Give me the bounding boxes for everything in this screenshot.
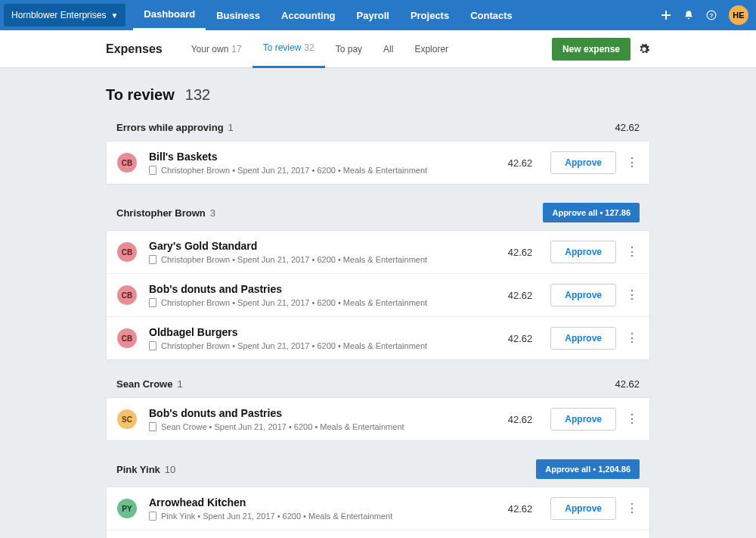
expense-meta-text: Pink Yink • Spent Jun 21, 2017 • 6200 • … xyxy=(161,512,392,521)
expense-group: Christopher Brown3Approve all • 127.86CB… xyxy=(106,203,650,360)
page-title: To review 132 xyxy=(106,86,650,104)
page-title-text: To review xyxy=(106,86,175,104)
subtab-to-review[interactable]: To review32 xyxy=(253,30,325,68)
person-avatar: CB xyxy=(117,285,137,305)
subtab-count: 17 xyxy=(231,44,241,54)
subtab-label: Your own xyxy=(191,44,229,54)
subtab-to-pay[interactable]: To pay xyxy=(325,30,373,68)
group-header: Pink Yink10Approve all • 1,204.86 xyxy=(106,459,650,487)
approve-button[interactable]: Approve xyxy=(550,408,616,431)
nav-item-accounting[interactable]: Accounting xyxy=(271,0,346,30)
expense-row[interactable]: SCBob's donuts and PastriesSean Crowe • … xyxy=(107,398,649,440)
expense-row[interactable]: CBOldbagel BurgersChristopher Brown • Sp… xyxy=(107,317,649,359)
org-name: Hornblower Enterprises xyxy=(11,10,106,20)
nav-item-business[interactable]: Business xyxy=(206,0,271,30)
person-avatar: CB xyxy=(117,153,137,173)
document-icon xyxy=(149,166,156,175)
expense-meta-text: Christopher Brown • Spent Jun 21, 2017 •… xyxy=(161,255,427,264)
expense-title: Gary's Gold Standard xyxy=(149,240,508,252)
approve-button[interactable]: Approve xyxy=(550,327,616,350)
user-avatar[interactable]: HE xyxy=(729,5,748,25)
plus-icon[interactable] xyxy=(655,0,677,30)
bell-icon[interactable] xyxy=(677,0,700,30)
more-icon[interactable]: ⋮ xyxy=(625,332,639,344)
subtab-label: Explorer xyxy=(414,44,448,54)
expense-meta: Christopher Brown • Spent Jun 21, 2017 •… xyxy=(149,341,508,350)
approve-button[interactable]: Approve xyxy=(550,151,616,174)
expense-title: Arrowhead Kitchen xyxy=(149,496,508,508)
group-name: Christopher Brown xyxy=(116,207,206,219)
expense-title: Bob's donuts and Pastries xyxy=(149,407,508,419)
expense-row[interactable]: PYArrowhead KitchenPink Yink • Spent Jun… xyxy=(107,487,649,530)
expense-amount: 42.62 xyxy=(508,503,533,515)
expense-row[interactable]: PYPalmweather QuayPink Yink • Spent Jun … xyxy=(107,530,649,538)
row-main: Gary's Gold StandardChristopher Brown • … xyxy=(149,240,508,264)
expense-amount: 42.62 xyxy=(508,414,533,425)
row-main: Bob's donuts and PastriesChristopher Bro… xyxy=(149,283,508,307)
group-header: Sean Crowe142.62 xyxy=(106,378,650,397)
expense-title: Oldbagel Burgers xyxy=(149,326,508,338)
row-main: Bill's BasketsChristopher Brown • Spent … xyxy=(149,151,508,175)
group-total: 42.62 xyxy=(615,122,640,133)
document-icon xyxy=(149,341,156,350)
more-icon[interactable]: ⋮ xyxy=(625,157,639,169)
more-icon[interactable]: ⋮ xyxy=(625,246,639,258)
group-card: CBBill's BasketsChristopher Brown • Spen… xyxy=(106,141,650,185)
group-name: Errors while approving xyxy=(116,122,224,133)
page-title-count: 132 xyxy=(185,86,210,104)
group-card: PYArrowhead KitchenPink Yink • Spent Jun… xyxy=(106,487,650,538)
person-avatar: SC xyxy=(117,409,137,429)
gear-icon[interactable] xyxy=(638,43,650,55)
subtab-count: 32 xyxy=(304,42,314,53)
more-icon[interactable]: ⋮ xyxy=(625,413,639,425)
subtab-all[interactable]: All xyxy=(373,30,404,68)
expense-meta: Christopher Brown • Spent Jun 21, 2017 •… xyxy=(149,255,508,264)
group-header: Christopher Brown3Approve all • 127.86 xyxy=(106,203,650,230)
row-main: Arrowhead KitchenPink Yink • Spent Jun 2… xyxy=(149,496,508,521)
expense-meta: Pink Yink • Spent Jun 21, 2017 • 6200 • … xyxy=(149,512,508,521)
document-icon xyxy=(149,422,156,431)
more-icon[interactable]: ⋮ xyxy=(625,502,639,515)
subtab-your-own[interactable]: Your own17 xyxy=(181,30,253,68)
group-header: Errors while approving142.62 xyxy=(106,122,650,141)
expense-meta: Sean Crowe • Spent Jun 21, 2017 • 6200 •… xyxy=(149,422,508,431)
person-avatar: CB xyxy=(117,328,137,348)
subtab-label: All xyxy=(383,44,393,54)
group-count: 10 xyxy=(165,464,175,475)
expense-meta-text: Christopher Brown • Spent Jun 21, 2017 •… xyxy=(161,341,427,350)
document-icon xyxy=(149,298,156,307)
org-switcher[interactable]: Hornblower Enterprises ▼ xyxy=(4,4,125,26)
expense-amount: 42.62 xyxy=(508,333,533,344)
top-nav: Hornblower Enterprises ▼ DashboardBusine… xyxy=(0,0,756,30)
person-avatar: PY xyxy=(117,499,137,518)
help-icon[interactable]: ? xyxy=(700,0,723,30)
group-count: 1 xyxy=(177,378,182,390)
subtab-label: To pay xyxy=(336,44,362,54)
subnav-title: Expenses xyxy=(106,42,163,56)
subtab-explorer[interactable]: Explorer xyxy=(404,30,459,68)
approve-all-button[interactable]: Approve all • 1,204.86 xyxy=(536,459,640,479)
expense-group: Sean Crowe142.62SCBob's donuts and Pastr… xyxy=(106,378,650,441)
nav-item-payroll[interactable]: Payroll xyxy=(346,0,400,30)
document-icon xyxy=(149,512,156,521)
row-main: Oldbagel BurgersChristopher Brown • Spen… xyxy=(149,326,508,350)
nav-item-projects[interactable]: Projects xyxy=(400,0,460,30)
expense-row[interactable]: CBBill's BasketsChristopher Brown • Spen… xyxy=(107,141,649,184)
approve-button[interactable]: Approve xyxy=(550,241,616,263)
new-expense-button[interactable]: New expense xyxy=(552,38,631,61)
more-icon[interactable]: ⋮ xyxy=(625,289,639,301)
group-card: CBGary's Gold StandardChristopher Brown … xyxy=(106,230,650,360)
row-main: Bob's donuts and PastriesSean Crowe • Sp… xyxy=(149,407,508,431)
group-total: 42.62 xyxy=(615,378,640,390)
expense-row[interactable]: CBGary's Gold StandardChristopher Brown … xyxy=(107,231,649,274)
expense-amount: 42.62 xyxy=(508,157,533,169)
content-area: To review 132 Errors while approving142.… xyxy=(0,68,756,538)
expense-group: Errors while approving142.62CBBill's Bas… xyxy=(106,122,650,185)
subtab-label: To review xyxy=(263,42,302,53)
nav-item-dashboard[interactable]: Dashboard xyxy=(133,0,206,30)
expense-row[interactable]: CBBob's donuts and PastriesChristopher B… xyxy=(107,274,649,317)
approve-button[interactable]: Approve xyxy=(550,497,616,520)
nav-item-contacts[interactable]: Contacts xyxy=(460,0,523,30)
approve-button[interactable]: Approve xyxy=(550,284,616,306)
approve-all-button[interactable]: Approve all • 127.86 xyxy=(543,203,640,222)
